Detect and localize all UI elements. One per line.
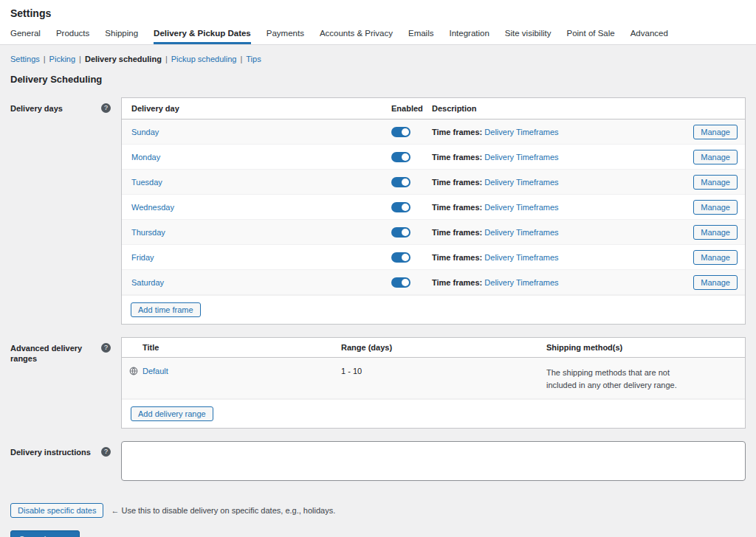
enabled-toggle[interactable] xyxy=(391,152,410,162)
enabled-toggle[interactable] xyxy=(391,227,410,238)
range-shipping-text: The shipping methods that are not includ… xyxy=(546,364,745,392)
add-time-frame-button[interactable]: Add time frame xyxy=(131,302,201,317)
delivery-days-row: Delivery days Delivery day Enabled Descr… xyxy=(10,97,746,325)
table-row: Sunday Time frames: Delivery Timeframes … xyxy=(122,119,745,145)
table-row: Tuesday Time frames: Delivery Timeframes… xyxy=(122,170,745,195)
manage-button[interactable]: Manage xyxy=(693,150,738,164)
delivery-instructions-label: Delivery instructions xyxy=(10,447,91,457)
table-row: Wednesday Time frames: Delivery Timefram… xyxy=(122,195,745,220)
day-link-friday[interactable]: Friday xyxy=(131,253,154,262)
tab-emails[interactable]: Emails xyxy=(408,29,434,44)
col-header-delivery-day: Delivery day xyxy=(122,104,391,113)
delivery-instructions-textarea[interactable] xyxy=(121,441,746,481)
enabled-toggle[interactable] xyxy=(391,127,410,137)
delivery-days-table-header: Delivery day Enabled Description xyxy=(122,98,745,119)
timeframes-prefix: Time frames: xyxy=(432,228,482,237)
delivery-days-label-col: Delivery days xyxy=(10,97,111,325)
table-row: Thursday Time frames: Delivery Timeframe… xyxy=(122,220,745,245)
section-heading: Delivery Scheduling xyxy=(10,74,746,85)
subnav-separator: | xyxy=(240,55,242,63)
timeframes-link[interactable]: Delivery Timeframes xyxy=(484,153,558,162)
tab-site-visibility[interactable]: Site visibility xyxy=(505,29,551,44)
col-header-description: Description xyxy=(432,104,680,113)
page-title: Settings xyxy=(10,7,746,19)
day-link-tuesday[interactable]: Tuesday xyxy=(131,178,162,187)
timeframes-prefix: Time frames: xyxy=(432,253,482,262)
delivery-instructions-label-col: Delivery instructions xyxy=(10,441,111,484)
timeframes-prefix: Time frames: xyxy=(432,128,482,136)
manage-button[interactable]: Manage xyxy=(693,225,738,240)
settings-tab-bar: General Products Shipping Delivery & Pic… xyxy=(10,29,746,44)
enabled-toggle[interactable] xyxy=(391,202,410,212)
manage-button[interactable]: Manage xyxy=(693,175,738,190)
help-icon[interactable] xyxy=(101,343,111,353)
manage-button[interactable]: Manage xyxy=(693,275,738,290)
subnav-separator: | xyxy=(165,55,168,63)
delivery-days-content: Delivery day Enabled Description Sunday … xyxy=(121,97,746,325)
subnav-pickup-scheduling[interactable]: Pickup scheduling xyxy=(171,55,237,63)
tab-shipping[interactable]: Shipping xyxy=(105,29,138,44)
enabled-toggle[interactable] xyxy=(391,177,410,187)
manage-button[interactable]: Manage xyxy=(693,125,738,139)
tab-advanced[interactable]: Advanced xyxy=(630,29,668,44)
enabled-toggle[interactable] xyxy=(391,252,410,263)
timeframes-link[interactable]: Delivery Timeframes xyxy=(484,178,558,187)
disable-dates-row: Disable specific dates ← Use this to dis… xyxy=(10,503,746,518)
tab-payments[interactable]: Payments xyxy=(267,29,304,44)
col-header-shipping: Shipping method(s) xyxy=(546,343,745,352)
advanced-ranges-table-header: Title Range (days) Shipping method(s) xyxy=(122,338,745,358)
day-link-monday[interactable]: Monday xyxy=(131,153,160,162)
tab-general[interactable]: General xyxy=(10,29,41,44)
manage-button[interactable]: Manage xyxy=(693,250,738,265)
advanced-ranges-label: Advanced delivery ranges xyxy=(10,343,101,364)
settings-content: Settings|Picking|Delivery scheduling|Pic… xyxy=(0,45,756,537)
delivery-days-label: Delivery days xyxy=(10,103,63,114)
advanced-ranges-content: Title Range (days) Shipping method(s) De… xyxy=(121,337,746,429)
tab-point-of-sale[interactable]: Point of Sale xyxy=(566,29,614,44)
day-link-wednesday[interactable]: Wednesday xyxy=(131,203,174,212)
advanced-ranges-table: Title Range (days) Shipping method(s) De… xyxy=(121,337,746,429)
range-title-link[interactable]: Default xyxy=(142,367,168,375)
col-header-title: Title xyxy=(142,343,341,352)
timeframes-prefix: Time frames: xyxy=(432,203,482,212)
subnav-separator: | xyxy=(79,55,81,63)
subnav-tips[interactable]: Tips xyxy=(246,55,261,63)
timeframes-link[interactable]: Delivery Timeframes xyxy=(484,253,558,262)
delivery-days-table: Delivery day Enabled Description Sunday … xyxy=(121,97,746,325)
delivery-instructions-row: Delivery instructions xyxy=(10,441,746,484)
save-changes-button[interactable]: Save changes xyxy=(10,530,80,537)
timeframes-prefix: Time frames: xyxy=(432,278,482,287)
disable-note: ← Use this to disable delivery on specif… xyxy=(111,506,335,515)
tab-delivery-pickup-dates[interactable]: Delivery & Pickup Dates xyxy=(154,29,251,44)
timeframes-link[interactable]: Delivery Timeframes xyxy=(484,203,558,212)
help-icon[interactable] xyxy=(101,447,111,457)
tab-integration[interactable]: Integration xyxy=(449,29,489,44)
tab-accounts-privacy[interactable]: Accounts & Privacy xyxy=(320,29,393,44)
delivery-days-table-footer: Add time frame xyxy=(122,295,745,324)
timeframes-link[interactable]: Delivery Timeframes xyxy=(484,278,558,287)
col-header-range: Range (days) xyxy=(341,343,546,352)
add-delivery-range-button[interactable]: Add delivery range xyxy=(131,406,213,421)
subnav-delivery-scheduling: Delivery scheduling xyxy=(85,55,162,63)
timeframes-link[interactable]: Delivery Timeframes xyxy=(484,128,558,136)
enabled-toggle[interactable] xyxy=(391,277,410,288)
sort-handle-icon[interactable] xyxy=(122,364,142,375)
disable-specific-dates-button[interactable]: Disable specific dates xyxy=(10,503,103,518)
help-icon[interactable] xyxy=(101,103,111,113)
tab-products[interactable]: Products xyxy=(56,29,89,44)
subnav-settings[interactable]: Settings xyxy=(10,55,40,63)
manage-button[interactable]: Manage xyxy=(693,200,738,215)
section-subnav: Settings|Picking|Delivery scheduling|Pic… xyxy=(10,55,746,63)
timeframes-link[interactable]: Delivery Timeframes xyxy=(484,228,558,237)
table-row: Default 1 - 10 The shipping methods that… xyxy=(122,358,745,399)
table-row: Saturday Time frames: Delivery Timeframe… xyxy=(122,270,745,295)
subnav-picking[interactable]: Picking xyxy=(49,55,75,63)
day-link-saturday[interactable]: Saturday xyxy=(131,278,164,287)
table-row: Monday Time frames: Delivery Timeframes … xyxy=(122,145,745,170)
range-days-value: 1 - 10 xyxy=(341,364,546,375)
day-link-thursday[interactable]: Thursday xyxy=(131,228,165,237)
day-link-sunday[interactable]: Sunday xyxy=(131,128,159,136)
advanced-ranges-row: Advanced delivery ranges Title Range (da… xyxy=(10,337,746,429)
advanced-ranges-label-col: Advanced delivery ranges xyxy=(10,337,111,429)
timeframes-prefix: Time frames: xyxy=(432,178,482,187)
